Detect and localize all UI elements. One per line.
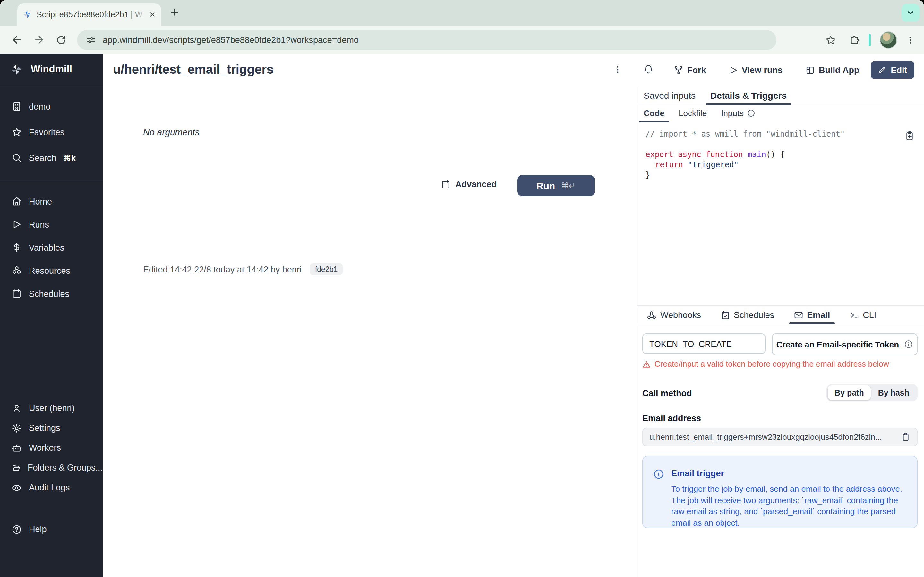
browser-menu-icon[interactable] <box>905 35 915 45</box>
sidebar-item-runs[interactable]: Runs <box>0 213 103 236</box>
tab-search-button[interactable] <box>901 4 919 22</box>
run-shortcut: ⌘↵ <box>561 181 575 190</box>
code-keyword: return <box>655 160 683 169</box>
build-app-button[interactable]: Build App <box>805 54 859 86</box>
sidebar-item-resources[interactable]: Resources <box>0 259 103 282</box>
copy-icon[interactable] <box>901 432 911 442</box>
call-method-label: Call method <box>642 388 692 398</box>
code-viewer[interactable]: // import * as wmill from "windmill-clie… <box>637 122 924 305</box>
sidebar-item-folders-groups[interactable]: Folders & Groups... <box>0 458 103 478</box>
token-warning: Create/input a valid token before copyin… <box>642 359 889 369</box>
sidebar-logo-label: Windmill <box>31 63 72 75</box>
play-icon <box>11 219 22 229</box>
email-address-field[interactable]: u.henri.test_email_triggers+mrsw23zlouxg… <box>642 428 918 446</box>
avatar[interactable] <box>880 31 897 48</box>
back-icon[interactable] <box>11 34 23 45</box>
email-address-label: Email address <box>642 414 701 423</box>
fork-button[interactable]: Fork <box>674 54 706 86</box>
sidebar-item-help[interactable]: Help <box>0 519 103 539</box>
tab-lockfile[interactable]: Lockfile <box>674 105 711 122</box>
tab-title: Script e857be88e0fde2b1 | W <box>37 10 146 19</box>
new-tab-icon[interactable] <box>170 7 180 17</box>
tab-inputs[interactable]: Inputs <box>716 105 760 122</box>
create-email-token-button[interactable]: Create an Email-specific Token <box>772 334 918 355</box>
reload-icon[interactable] <box>56 34 67 45</box>
browser-tab[interactable]: Script e857be88e0fde2b1 | W <box>17 3 161 26</box>
sidebar-item-home[interactable]: Home <box>0 190 103 213</box>
advanced-button[interactable]: Advanced <box>441 179 497 189</box>
create-token-label: Create an Email-specific Token <box>776 340 899 349</box>
extensions-puzzle-icon[interactable] <box>849 34 860 45</box>
sidebar-item-label: Search <box>29 153 57 163</box>
bell-icon[interactable] <box>643 64 654 75</box>
calendar-icon <box>11 288 22 299</box>
sidebar-item-variables[interactable]: Variables <box>0 236 103 259</box>
windmill-logo-icon <box>10 63 23 76</box>
sidebar-item-label: Schedules <box>29 289 69 298</box>
webhook-icon <box>647 310 656 319</box>
tab-label: Code <box>644 108 664 118</box>
token-input[interactable] <box>642 334 766 354</box>
tab-saved-inputs[interactable]: Saved inputs <box>639 86 700 105</box>
warning-text: Create/input a valid token before copyin… <box>654 359 889 369</box>
gear-icon <box>11 423 22 433</box>
tab-email[interactable]: Email <box>789 306 835 324</box>
copy-code-icon[interactable] <box>904 131 915 142</box>
info-box-title: Email trigger <box>671 469 724 478</box>
eye-icon <box>11 482 22 493</box>
tab-details-triggers[interactable]: Details & Triggers <box>706 86 791 105</box>
by-path-option[interactable]: By path <box>827 385 871 400</box>
info-icon <box>653 469 664 480</box>
robot-icon <box>11 443 22 453</box>
no-arguments-text: No arguments <box>143 127 200 137</box>
bookmark-star-icon[interactable] <box>825 34 836 45</box>
sidebar-item-workspace[interactable]: demo <box>0 93 103 119</box>
forward-icon[interactable] <box>33 34 45 45</box>
code-comment: // import * as wmill from "windmill-clie… <box>646 129 845 139</box>
toggle-label: By path <box>835 388 864 397</box>
by-hash-option[interactable]: By hash <box>871 385 916 400</box>
edit-button[interactable]: Edit <box>871 61 914 79</box>
tab-label: Details & Triggers <box>710 90 787 100</box>
tab-webhooks[interactable]: Webhooks <box>642 306 706 324</box>
run-label: Run <box>536 180 555 191</box>
view-runs-label: View runs <box>742 65 782 75</box>
boxes-icon <box>11 266 22 276</box>
site-settings-icon[interactable] <box>86 35 95 45</box>
info-icon <box>904 340 913 349</box>
sidebar-item-search[interactable]: Search ⌘k <box>0 145 103 171</box>
sidebar-item-workers[interactable]: Workers <box>0 438 103 458</box>
script-run-pane: No arguments Advanced Run ⌘↵ Edited 14:4… <box>103 86 636 577</box>
sidebar-item-label: Runs <box>29 219 49 229</box>
tab-label: Lockfile <box>678 108 707 118</box>
calendar-check-icon <box>720 310 730 319</box>
email-trigger-info-box: Email trigger To trigger the job by emai… <box>642 456 918 528</box>
trigger-tab-bar: Webhooks Schedules Email CLI <box>637 305 924 324</box>
run-button[interactable]: Run ⌘↵ <box>517 175 595 196</box>
tab-code[interactable]: Code <box>639 105 669 122</box>
advanced-label: Advanced <box>455 179 497 189</box>
sidebar-logo[interactable]: Windmill <box>0 54 103 85</box>
tab-cli[interactable]: CLI <box>845 306 881 324</box>
version-badge[interactable]: fde2b1 <box>310 263 342 275</box>
sidebar-item-label: Home <box>29 197 52 206</box>
close-icon[interactable] <box>149 11 156 18</box>
sidebar-item-favorites[interactable]: Favorites <box>0 119 103 145</box>
sidebar-item-schedules[interactable]: Schedules <box>0 282 103 305</box>
chevron-down-icon <box>906 8 915 17</box>
panel-tab-bar: Saved inputs Details & Triggers <box>637 86 924 105</box>
view-runs-button[interactable]: View runs <box>728 54 782 86</box>
sidebar: Windmill demo Favorites Search ⌘k Home <box>0 54 103 577</box>
sidebar-item-audit-logs[interactable]: Audit Logs <box>0 478 103 498</box>
pencil-icon <box>878 66 887 74</box>
sidebar-item-label: User (henri) <box>29 403 75 413</box>
sidebar-item-settings[interactable]: Settings <box>0 418 103 438</box>
edited-text: Edited 14:42 22/8 today at 14:42 by henr… <box>143 264 302 274</box>
tab-schedules[interactable]: Schedules <box>716 306 779 324</box>
code-punct: () { <box>766 150 785 159</box>
building-icon <box>11 101 22 111</box>
sidebar-item-user[interactable]: User (henri) <box>0 398 103 418</box>
code-content: // import * as wmill from "windmill-clie… <box>646 129 905 180</box>
url-bar[interactable]: app.windmill.dev/scripts/get/e857be88e0f… <box>77 30 776 50</box>
more-menu-icon[interactable] <box>613 65 622 74</box>
